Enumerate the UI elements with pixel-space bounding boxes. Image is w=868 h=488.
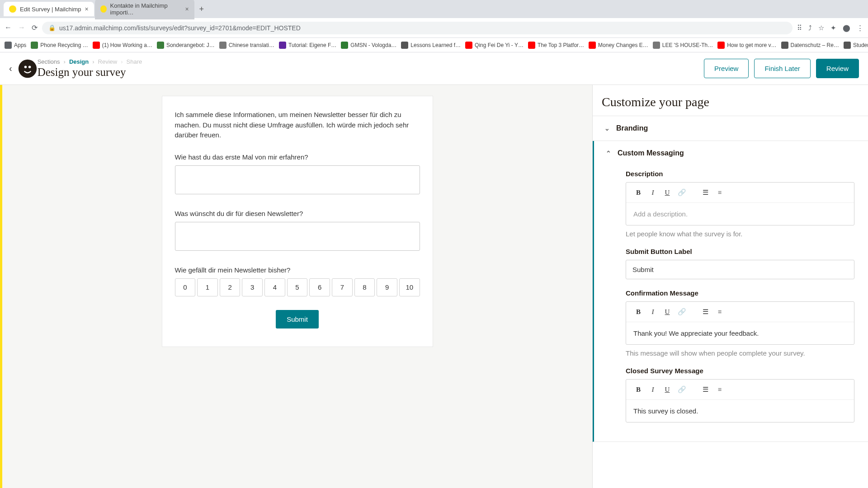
close-icon[interactable]: × <box>85 5 89 13</box>
italic-icon[interactable]: I <box>647 384 659 395</box>
bold-icon[interactable]: B <box>632 187 644 198</box>
url-bar[interactable]: 🔒 us17.admin.mailchimp.com/lists/surveys… <box>42 22 793 34</box>
close-icon[interactable]: × <box>185 5 189 13</box>
submit-label-field: Submit Button Label <box>626 248 854 279</box>
scale-option[interactable]: 7 <box>332 278 353 296</box>
scale-option[interactable]: 6 <box>309 278 330 296</box>
bookmarks-bar: Apps Phone Recycling … (1) How Working a… <box>0 38 868 52</box>
translate-icon[interactable]: ⠿ <box>797 24 802 32</box>
back-icon[interactable]: ← <box>5 23 12 32</box>
bookmark-item[interactable]: GMSN - Vologda… <box>341 42 396 49</box>
bold-icon[interactable]: B <box>632 384 644 395</box>
bookmark-item[interactable]: Money Changes E… <box>589 42 648 49</box>
bookmark-icon <box>93 42 100 49</box>
crumb-share: Share <box>127 58 142 65</box>
bookmark-item[interactable]: LEE 'S HOUSE-Th… <box>653 42 713 49</box>
italic-icon[interactable]: I <box>647 306 659 318</box>
scale-option[interactable]: 1 <box>197 278 218 296</box>
scale-option[interactable]: 2 <box>220 278 241 296</box>
crumb-design[interactable]: Design <box>69 58 89 65</box>
link-icon[interactable]: 🔗 <box>676 384 688 395</box>
bullet-list-icon[interactable]: ☰ <box>699 306 711 318</box>
rating-scale: 0 1 2 3 4 5 6 7 8 9 10 <box>175 278 420 296</box>
bookmark-item[interactable]: (1) How Working a… <box>93 42 152 49</box>
browser-right-icons: ⠿ ⤴ ☆ ✦ ⬤ ⋮ <box>797 24 863 32</box>
accordion-custom-messaging: ⌃ Custom Messaging Description B I U 🔗 <box>593 141 868 442</box>
question-3: Wie gefällt dir mein Newsletter bisher? … <box>175 266 420 296</box>
nav-buttons: ← → ⟳ <box>5 23 38 32</box>
question-label: Wie hast du das erste Mal von mir erfahr… <box>175 153 420 161</box>
reload-icon[interactable]: ⟳ <box>32 23 38 32</box>
crumb-sections[interactable]: Sections <box>38 58 60 65</box>
bookmark-item[interactable]: Qing Fei De Yi - Y… <box>465 42 524 49</box>
bookmark-item[interactable]: Lessons Learned f… <box>401 42 461 49</box>
preview-button[interactable]: Preview <box>704 59 749 78</box>
bookmark-item[interactable]: Sonderangebot: J… <box>157 42 215 49</box>
browser-chrome: Edit Survey | Mailchimp × Kontakte in Ma… <box>0 0 868 38</box>
numbered-list-icon[interactable]: ≡ <box>714 187 726 198</box>
accordion-head[interactable]: ⌃ Custom Messaging <box>594 141 868 165</box>
browser-tab[interactable]: Kontakte in Mailchimp importi… × <box>95 0 194 19</box>
survey-intro: Ich sammele diese Informationen, um mein… <box>175 110 420 141</box>
scale-option[interactable]: 8 <box>354 278 375 296</box>
scale-option[interactable]: 9 <box>377 278 397 296</box>
confirmation-content[interactable]: Thank you! We appreciate your feedback. <box>626 322 854 344</box>
share-icon[interactable]: ⤴ <box>808 24 812 32</box>
extension-icon[interactable]: ✦ <box>830 24 836 32</box>
bookmark-item[interactable]: The Top 3 Platfor… <box>528 42 584 49</box>
survey-submit-button[interactable]: Submit <box>276 310 319 328</box>
rte-toolbar: B I U 🔗 ☰ ≡ <box>626 183 854 203</box>
bookmark-icon <box>401 42 408 49</box>
bullet-list-icon[interactable]: ☰ <box>699 384 711 395</box>
star-icon[interactable]: ☆ <box>818 24 824 32</box>
bookmark-item[interactable]: Chinese translati… <box>219 42 274 49</box>
back-button[interactable]: ‹ <box>9 63 18 74</box>
finish-later-button[interactable]: Finish Later <box>754 59 810 78</box>
customize-sidebar: Customize your page ⌄ Branding ⌃ Custom … <box>592 85 868 488</box>
profile-icon[interactable]: ⬤ <box>843 24 850 32</box>
bookmark-item[interactable]: Phone Recycling … <box>31 42 88 49</box>
underline-icon[interactable]: U <box>661 306 673 318</box>
bold-icon[interactable]: B <box>632 306 644 318</box>
description-content[interactable]: Add a description. <box>626 203 854 225</box>
accordion-branding[interactable]: ⌄ Branding <box>593 116 868 141</box>
bookmark-item[interactable]: Student Wants an… <box>844 42 868 49</box>
link-icon[interactable]: 🔗 <box>676 306 688 318</box>
scale-option[interactable]: 5 <box>287 278 308 296</box>
bookmark-item[interactable]: Tutorial: Eigene F… <box>279 42 336 49</box>
mailchimp-logo-icon <box>18 59 38 79</box>
chevron-right-icon: › <box>121 58 123 65</box>
underline-icon[interactable]: U <box>661 187 673 198</box>
chevron-down-icon: ⌄ <box>604 125 610 132</box>
bookmark-item[interactable]: Apps <box>5 42 26 49</box>
question-1-input[interactable] <box>175 165 420 194</box>
accordion-head[interactable]: ⌄ Branding <box>593 116 868 141</box>
scale-option[interactable]: 10 <box>399 278 420 296</box>
numbered-list-icon[interactable]: ≡ <box>714 384 726 395</box>
italic-icon[interactable]: I <box>647 187 659 198</box>
forward-icon[interactable]: → <box>18 23 25 32</box>
review-button[interactable]: Review <box>816 59 859 78</box>
bookmark-item[interactable]: How to get more v… <box>717 42 776 49</box>
svg-point-0 <box>19 59 37 77</box>
question-2-input[interactable] <box>175 222 420 251</box>
submit-label-input[interactable] <box>626 260 854 279</box>
browser-tab-active[interactable]: Edit Survey | Mailchimp × <box>4 2 94 16</box>
svg-point-1 <box>24 66 26 68</box>
scale-option[interactable]: 0 <box>175 278 196 296</box>
crumb-review: Review <box>98 58 118 65</box>
numbered-list-icon[interactable]: ≡ <box>714 306 726 318</box>
field-label: Closed Survey Message <box>626 367 854 375</box>
helper-text: This message will show when people compl… <box>626 349 854 357</box>
bullet-list-icon[interactable]: ☰ <box>699 187 711 198</box>
bookmark-icon <box>717 42 725 49</box>
bookmark-icon <box>465 42 472 49</box>
link-icon[interactable]: 🔗 <box>676 187 688 198</box>
new-tab-button[interactable]: + <box>195 3 208 15</box>
menu-icon[interactable]: ⋮ <box>857 24 863 32</box>
scale-option[interactable]: 3 <box>242 278 263 296</box>
scale-option[interactable]: 4 <box>264 278 285 296</box>
bookmark-item[interactable]: Datenschutz – Re… <box>781 42 839 49</box>
closed-content[interactable]: This survey is closed. <box>626 400 854 422</box>
underline-icon[interactable]: U <box>661 384 673 395</box>
